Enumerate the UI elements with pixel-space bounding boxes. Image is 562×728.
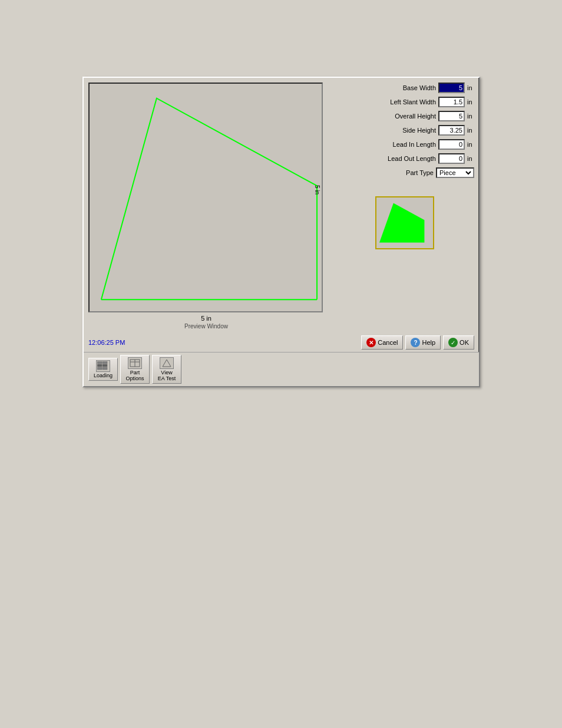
mini-preview-thumbnail: [375, 196, 434, 249]
side-height-label: Side Height: [383, 127, 436, 134]
part-options-icon: [128, 357, 142, 369]
lead-in-length-row: Lead In Length in: [329, 139, 474, 150]
cancel-icon: ✕: [366, 338, 376, 347]
part-options-button[interactable]: PartOptions: [120, 355, 150, 384]
overall-height-row: Overall Height in: [329, 111, 474, 121]
svg-rect-5: [103, 364, 107, 367]
part-options-label: PartOptions: [125, 370, 144, 381]
ok-icon: ✓: [448, 338, 458, 347]
help-icon: ?: [411, 338, 420, 347]
ok-button[interactable]: ✓ OK: [443, 335, 474, 350]
view-ea-test-label: ViewEA Test: [158, 370, 176, 381]
left-slant-width-input[interactable]: [438, 97, 465, 107]
svg-rect-4: [97, 364, 102, 367]
loading-icon: [96, 360, 110, 372]
cancel-label: Cancel: [378, 339, 398, 346]
timestamp: 12:06:25 PM: [88, 339, 125, 346]
svg-marker-1: [379, 203, 424, 243]
part-type-select[interactable]: Piece Left End Right End Both Ends: [436, 167, 474, 178]
left-slant-width-unit: in: [467, 98, 474, 106]
cancel-button[interactable]: ✕ Cancel: [361, 335, 403, 350]
left-slant-width-label: Left Slant Width: [383, 98, 436, 106]
loading-label: Loading: [94, 373, 113, 378]
svg-rect-2: [97, 361, 102, 364]
base-width-input[interactable]: [438, 83, 465, 93]
lead-in-length-label: Lead In Length: [383, 141, 436, 148]
controls-panel: Base Width in Left Slant Width in Overal…: [329, 83, 474, 330]
lead-in-length-input[interactable]: [438, 139, 465, 150]
part-type-label: Part Type: [381, 169, 434, 176]
view-ea-test-icon: [160, 357, 174, 369]
lead-in-length-unit: in: [467, 141, 474, 148]
content-area: 5 in 5 in Preview Window Base Width in L…: [84, 78, 479, 334]
lead-out-length-input[interactable]: [438, 153, 465, 164]
action-buttons: ✕ Cancel ? Help ✓ OK: [361, 335, 474, 350]
left-slant-width-row: Left Slant Width in: [329, 97, 474, 107]
lead-out-length-row: Lead Out Length in: [329, 153, 474, 164]
ok-label: OK: [459, 339, 469, 346]
part-type-row: Part Type Piece Left End Right End Both …: [329, 167, 474, 178]
preview-panel: 5 in 5 in Preview Window: [88, 83, 324, 330]
overall-height-label: Overall Height: [383, 113, 436, 120]
base-width-row: Base Width in: [329, 83, 474, 93]
loading-button[interactable]: Loading: [88, 358, 118, 381]
lead-out-length-unit: in: [467, 155, 474, 162]
lead-out-length-label: Lead Out Length: [383, 155, 436, 162]
side-dimension-label: 5 in: [314, 185, 320, 195]
bottom-dimension-label: 5 in: [88, 315, 324, 322]
preview-canvas: 5 in: [88, 83, 323, 312]
overall-height-unit: in: [467, 113, 474, 120]
preview-window-label: Preview Window: [88, 323, 324, 330]
base-width-label: Base Width: [383, 84, 436, 91]
side-height-unit: in: [467, 127, 474, 134]
view-ea-test-button[interactable]: ViewEA Test: [152, 355, 181, 384]
main-dialog: 5 in 5 in Preview Window Base Width in L…: [82, 77, 480, 387]
svg-rect-7: [103, 367, 107, 370]
svg-rect-3: [103, 361, 107, 364]
svg-marker-11: [163, 360, 171, 367]
side-height-input[interactable]: [438, 125, 465, 136]
toolbar: Loading PartOptions ViewEA Test: [84, 352, 479, 386]
overall-height-input[interactable]: [438, 111, 465, 121]
help-button[interactable]: ? Help: [405, 335, 441, 350]
svg-rect-6: [97, 367, 102, 370]
side-height-row: Side Height in: [329, 125, 474, 136]
base-width-unit: in: [467, 84, 474, 91]
help-label: Help: [422, 339, 435, 346]
